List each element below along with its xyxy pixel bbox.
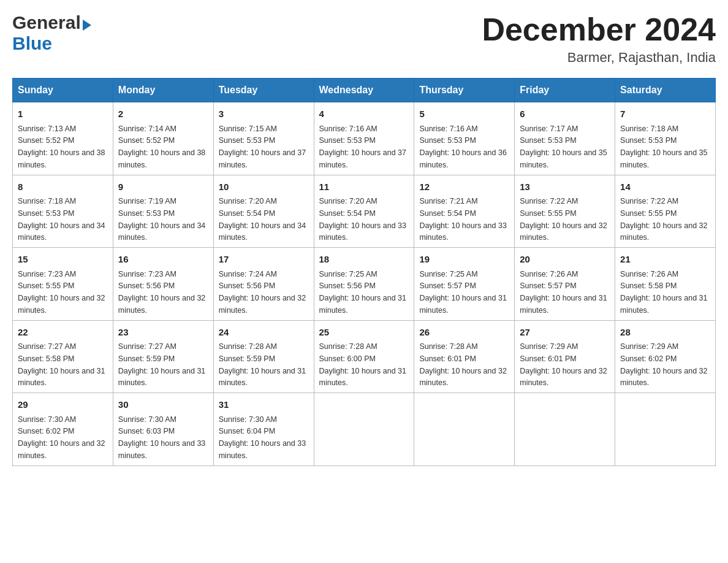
calendar-cell-13: 13 Sunrise: 7:22 AMSunset: 5:55 PMDaylig… (515, 175, 615, 248)
day-number: 18 (319, 253, 409, 267)
calendar-header-row: Sunday Monday Tuesday Wednesday Thursday… (13, 79, 716, 102)
calendar-week-row-5: 29 Sunrise: 7:30 AMSunset: 6:02 PMDaylig… (13, 393, 716, 466)
logo: General Blue (12, 12, 91, 54)
calendar-cell (414, 393, 515, 466)
day-number: 21 (620, 253, 710, 267)
calendar-cell-21: 21 Sunrise: 7:26 AMSunset: 5:58 PMDaylig… (615, 248, 716, 321)
day-info: Sunrise: 7:26 AMSunset: 5:58 PMDaylight:… (620, 270, 707, 315)
calendar-cell-17: 17 Sunrise: 7:24 AMSunset: 5:56 PMDaylig… (213, 248, 314, 321)
calendar-cell-15: 15 Sunrise: 7:23 AMSunset: 5:55 PMDaylig… (13, 248, 113, 321)
day-number: 1 (18, 107, 108, 121)
day-info: Sunrise: 7:17 AMSunset: 5:53 PMDaylight:… (520, 124, 607, 169)
calendar-cell-10: 10 Sunrise: 7:20 AMSunset: 5:54 PMDaylig… (213, 175, 314, 248)
day-number: 4 (319, 107, 409, 121)
location-title: Barmer, Rajasthan, India (482, 50, 716, 66)
day-info: Sunrise: 7:20 AMSunset: 5:54 PMDaylight:… (319, 197, 406, 242)
day-number: 28 (620, 326, 710, 340)
calendar-cell-11: 11 Sunrise: 7:20 AMSunset: 5:54 PMDaylig… (314, 175, 414, 248)
calendar-cell-28: 28 Sunrise: 7:29 AMSunset: 6:02 PMDaylig… (615, 320, 716, 393)
calendar-cell-19: 19 Sunrise: 7:25 AMSunset: 5:57 PMDaylig… (414, 248, 515, 321)
day-number: 10 (219, 180, 309, 194)
calendar-cell-2: 2 Sunrise: 7:14 AMSunset: 5:52 PMDayligh… (113, 102, 213, 175)
day-number: 11 (319, 180, 409, 194)
day-info: Sunrise: 7:25 AMSunset: 5:57 PMDaylight:… (419, 270, 506, 315)
day-number: 13 (520, 180, 610, 194)
calendar-cell-9: 9 Sunrise: 7:19 AMSunset: 5:53 PMDayligh… (113, 175, 213, 248)
col-header-tuesday: Tuesday (213, 79, 314, 102)
day-number: 19 (419, 253, 509, 267)
day-info: Sunrise: 7:29 AMSunset: 6:02 PMDaylight:… (620, 342, 707, 387)
col-header-friday: Friday (515, 79, 615, 102)
day-info: Sunrise: 7:22 AMSunset: 5:55 PMDaylight:… (520, 197, 607, 242)
day-info: Sunrise: 7:14 AMSunset: 5:52 PMDaylight:… (118, 124, 205, 169)
col-header-saturday: Saturday (615, 79, 716, 102)
day-number: 30 (118, 398, 208, 412)
calendar-cell-25: 25 Sunrise: 7:28 AMSunset: 6:00 PMDaylig… (314, 320, 414, 393)
calendar-cell-22: 22 Sunrise: 7:27 AMSunset: 5:58 PMDaylig… (13, 320, 113, 393)
day-number: 3 (219, 107, 309, 121)
day-info: Sunrise: 7:28 AMSunset: 6:01 PMDaylight:… (419, 342, 506, 387)
day-info: Sunrise: 7:15 AMSunset: 5:53 PMDaylight:… (219, 124, 306, 169)
day-number: 31 (219, 398, 309, 412)
day-info: Sunrise: 7:20 AMSunset: 5:54 PMDaylight:… (219, 197, 306, 242)
day-number: 27 (520, 326, 610, 340)
logo-arrow-icon (83, 20, 91, 31)
col-header-wednesday: Wednesday (314, 79, 414, 102)
calendar-cell-5: 5 Sunrise: 7:16 AMSunset: 5:53 PMDayligh… (414, 102, 515, 175)
calendar-week-row-4: 22 Sunrise: 7:27 AMSunset: 5:58 PMDaylig… (13, 320, 716, 393)
day-number: 15 (18, 253, 108, 267)
day-info: Sunrise: 7:30 AMSunset: 6:03 PMDaylight:… (118, 415, 205, 460)
day-info: Sunrise: 7:19 AMSunset: 5:53 PMDaylight:… (118, 197, 205, 242)
calendar-cell (314, 393, 414, 466)
day-info: Sunrise: 7:16 AMSunset: 5:53 PMDaylight:… (319, 124, 406, 169)
day-number: 20 (520, 253, 610, 267)
calendar-cell-24: 24 Sunrise: 7:28 AMSunset: 5:59 PMDaylig… (213, 320, 314, 393)
calendar-cell-8: 8 Sunrise: 7:18 AMSunset: 5:53 PMDayligh… (13, 175, 113, 248)
day-number: 17 (219, 253, 309, 267)
calendar-cell-30: 30 Sunrise: 7:30 AMSunset: 6:03 PMDaylig… (113, 393, 213, 466)
day-number: 6 (520, 107, 610, 121)
calendar-cell-26: 26 Sunrise: 7:28 AMSunset: 6:01 PMDaylig… (414, 320, 515, 393)
calendar-cell-6: 6 Sunrise: 7:17 AMSunset: 5:53 PMDayligh… (515, 102, 615, 175)
calendar-week-row-3: 15 Sunrise: 7:23 AMSunset: 5:55 PMDaylig… (13, 248, 716, 321)
calendar-cell-23: 23 Sunrise: 7:27 AMSunset: 5:59 PMDaylig… (113, 320, 213, 393)
day-info: Sunrise: 7:16 AMSunset: 5:53 PMDaylight:… (419, 124, 506, 169)
day-number: 25 (319, 326, 409, 340)
day-info: Sunrise: 7:28 AMSunset: 6:00 PMDaylight:… (319, 342, 406, 387)
calendar-cell-7: 7 Sunrise: 7:18 AMSunset: 5:53 PMDayligh… (615, 102, 716, 175)
day-info: Sunrise: 7:18 AMSunset: 5:53 PMDaylight:… (18, 197, 105, 242)
col-header-thursday: Thursday (414, 79, 515, 102)
day-info: Sunrise: 7:23 AMSunset: 5:55 PMDaylight:… (18, 270, 105, 315)
day-info: Sunrise: 7:18 AMSunset: 5:53 PMDaylight:… (620, 124, 707, 169)
calendar-cell-4: 4 Sunrise: 7:16 AMSunset: 5:53 PMDayligh… (314, 102, 414, 175)
day-number: 2 (118, 107, 208, 121)
calendar-cell-1: 1 Sunrise: 7:13 AMSunset: 5:52 PMDayligh… (13, 102, 113, 175)
day-info: Sunrise: 7:13 AMSunset: 5:52 PMDaylight:… (18, 124, 105, 169)
day-number: 5 (419, 107, 509, 121)
calendar-cell-20: 20 Sunrise: 7:26 AMSunset: 5:57 PMDaylig… (515, 248, 615, 321)
logo-general-text: General (12, 12, 81, 33)
day-info: Sunrise: 7:23 AMSunset: 5:56 PMDaylight:… (118, 270, 205, 315)
logo-blue-text: Blue (12, 33, 52, 53)
day-number: 7 (620, 107, 710, 121)
calendar-cell (615, 393, 716, 466)
calendar-cell (515, 393, 615, 466)
day-number: 23 (118, 326, 208, 340)
calendar-cell-14: 14 Sunrise: 7:22 AMSunset: 5:55 PMDaylig… (615, 175, 716, 248)
day-number: 16 (118, 253, 208, 267)
day-number: 14 (620, 180, 710, 194)
calendar-table: Sunday Monday Tuesday Wednesday Thursday… (12, 78, 716, 466)
day-info: Sunrise: 7:28 AMSunset: 5:59 PMDaylight:… (219, 342, 306, 387)
calendar-cell-16: 16 Sunrise: 7:23 AMSunset: 5:56 PMDaylig… (113, 248, 213, 321)
day-info: Sunrise: 7:27 AMSunset: 5:58 PMDaylight:… (18, 342, 105, 387)
day-number: 29 (18, 398, 108, 412)
day-info: Sunrise: 7:24 AMSunset: 5:56 PMDaylight:… (219, 270, 306, 315)
day-number: 22 (18, 326, 108, 340)
calendar-cell-29: 29 Sunrise: 7:30 AMSunset: 6:02 PMDaylig… (13, 393, 113, 466)
calendar-cell-18: 18 Sunrise: 7:25 AMSunset: 5:56 PMDaylig… (314, 248, 414, 321)
day-info: Sunrise: 7:21 AMSunset: 5:54 PMDaylight:… (419, 197, 506, 242)
title-block: December 2024 Barmer, Rajasthan, India (482, 12, 716, 66)
col-header-monday: Monday (113, 79, 213, 102)
calendar-week-row-1: 1 Sunrise: 7:13 AMSunset: 5:52 PMDayligh… (13, 102, 716, 175)
day-info: Sunrise: 7:30 AMSunset: 6:02 PMDaylight:… (18, 415, 105, 460)
